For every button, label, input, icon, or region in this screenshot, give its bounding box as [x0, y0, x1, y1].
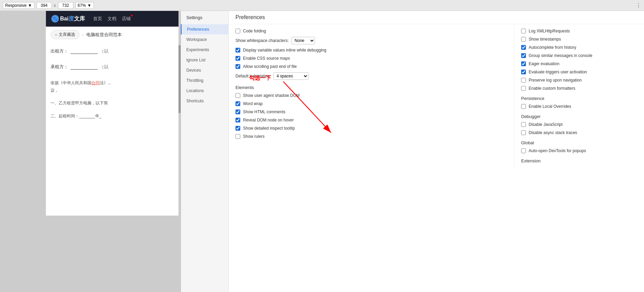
browser-preview: 🐾 Bai度文库 首页 文档 店铺 ∞ 文库藏选 ›	[0, 11, 181, 292]
css-maps-checkbox[interactable]	[235, 56, 240, 61]
settings-title: Settings	[181, 11, 228, 24]
html-comments-checkbox[interactable]	[235, 110, 240, 114]
evaluate-triggers-checkbox[interactable]	[521, 70, 526, 74]
autocomplete-label: Autocomplete from history	[529, 45, 576, 50]
settings-header: Preferences	[229, 11, 644, 24]
responsive-selector[interactable]: Responsive ▼	[3, 2, 34, 9]
contract-link[interactable]: 合同	[91, 81, 100, 85]
lessor-blank	[70, 48, 98, 54]
sidebar-item-ignore-list[interactable]: Ignore List	[181, 55, 228, 65]
scrollbar[interactable]	[178, 11, 181, 292]
nav-docs[interactable]: 文档	[108, 16, 116, 22]
word-wrap-checkbox[interactable]	[235, 101, 240, 106]
scrollbar-thumb[interactable]	[178, 45, 181, 113]
local-overrides-checkbox[interactable]	[521, 104, 526, 109]
x-separator: x	[54, 3, 56, 8]
settings-left-column: Code folding Show whitespace characters:…	[229, 24, 514, 167]
checkbox-evaluate-triggers: Evaluate triggers user activation	[521, 68, 637, 76]
checkbox-display-variable: Display variable values inline while deb…	[235, 46, 507, 54]
shadow-dom-checkbox[interactable]	[235, 93, 240, 98]
display-variable-label: Display variable values inline while deb…	[243, 48, 326, 53]
sidebar-item-experiments[interactable]: Experiments	[181, 45, 228, 55]
nav-home[interactable]: 首页	[93, 16, 102, 22]
height-input[interactable]	[58, 2, 73, 9]
shadow-dom-label: Show user agent shadow DOM	[243, 93, 300, 98]
devtools-panel: Settings Preferences Workspace Experimen…	[181, 11, 644, 292]
show-timestamps-label: Show timestamps	[529, 37, 561, 42]
elements-section-header: Elements	[235, 82, 507, 91]
show-rulers-label: Show rulers	[243, 134, 264, 139]
whitespace-label: Show whitespace characters:	[235, 38, 289, 43]
dropdown-arrow-icon: ▼	[28, 3, 32, 8]
checkbox-disable-async: Disable async stack traces	[521, 129, 637, 137]
breadcrumb-pill[interactable]: ∞ 文库藏选	[51, 30, 80, 39]
sidebar-item-locations[interactable]: Locations	[181, 86, 228, 96]
breadcrumb-label: 文库藏选	[59, 32, 75, 38]
checkbox-allow-scrolling: Allow scrolling past end of file	[235, 62, 507, 71]
eager-eval-checkbox[interactable]	[521, 61, 526, 66]
reveal-dom-checkbox[interactable]	[235, 118, 240, 122]
persistence-section-header: Persistence	[521, 92, 637, 102]
sidebar-item-throttling[interactable]: Throttling	[181, 75, 228, 86]
checkbox-preserve-log: Preserve log upon navigation	[521, 76, 637, 84]
sidebar-item-workspace[interactable]: Workspace	[181, 34, 228, 45]
whitespace-select[interactable]: None All Trailing	[291, 37, 315, 44]
disable-async-label: Disable async stack traces	[529, 130, 577, 135]
baidu-breadcrumb: ∞ 文库藏选 › 电脑租赁合同范本	[46, 27, 181, 43]
checkbox-autocomplete: Autocomplete from history	[521, 43, 637, 52]
display-variable-checkbox[interactable]	[235, 48, 240, 53]
checkbox-code-folding: Code folding	[235, 27, 507, 35]
lessee-suffix: （以	[100, 64, 109, 70]
width-input[interactable]	[37, 2, 52, 9]
disable-js-checkbox[interactable]	[521, 122, 526, 127]
nav-store[interactable]: 店铺	[122, 16, 131, 22]
para-2: 一、乙方租货甲方电脑，以下简	[51, 100, 176, 107]
baidu-page: 🐾 Bai度文库 首页 文档 店铺 ∞ 文库藏选 ›	[46, 11, 181, 216]
line-lessee: 承租方： （以	[51, 64, 176, 70]
log-xmlhttp-checkbox[interactable]	[521, 29, 526, 33]
devtools-inner: Settings Preferences Workspace Experimen…	[181, 11, 644, 292]
show-timestamps-checkbox[interactable]	[521, 37, 526, 42]
allow-scrolling-label: Allow scrolling past end of file	[243, 64, 297, 69]
disable-async-checkbox[interactable]	[521, 130, 526, 135]
more-options-icon[interactable]: ⋮	[636, 2, 641, 9]
disable-js-label: Disable JavaScript	[529, 122, 562, 127]
main-container: 🐾 Bai度文库 首页 文档 店铺 ∞ 文库藏选 ›	[0, 11, 644, 292]
checkbox-log-xmlhttp: Log XMLHttpRequests	[521, 27, 637, 35]
sidebar-item-devices[interactable]: Devices	[181, 65, 228, 75]
allow-scrolling-checkbox[interactable]	[235, 64, 240, 69]
line-lessor: 出租方： （以	[51, 48, 176, 54]
detailed-inspect-checkbox[interactable]	[235, 126, 240, 131]
word-wrap-label: Word wrap	[243, 101, 263, 106]
baidu-content: 出租方： （以 承租方： （以 依据《中华人民共和国合同法》...议，	[46, 43, 181, 131]
baidu-nav: 首页 文档 店铺	[93, 16, 131, 22]
checkbox-css-maps: Enable CSS source maps	[235, 54, 507, 62]
checkbox-show-rulers: Show rulers	[235, 132, 507, 141]
checkbox-reveal-dom: Reveal DOM node on hover	[235, 116, 507, 124]
content-lines: 出租方： （以 承租方： （以 依据《中华人民共和国合同法》...议，	[51, 43, 176, 131]
group-messages-checkbox[interactable]	[521, 53, 526, 58]
settings-sidebar: Settings Preferences Workspace Experimen…	[181, 11, 229, 292]
checkbox-detailed-inspect: Show detailed inspect tooltip	[235, 124, 507, 132]
autocomplete-checkbox[interactable]	[521, 45, 526, 50]
debugger-section-header: Debugger	[521, 111, 637, 120]
evaluate-triggers-label: Evaluate triggers user activation	[529, 70, 587, 74]
preserve-log-checkbox[interactable]	[521, 78, 526, 83]
sidebar-item-preferences[interactable]: Preferences	[181, 24, 228, 34]
eager-eval-label: Eager evaluation	[529, 61, 559, 66]
indentation-select[interactable]: 2 spaces 4 spaces 8 spaces Tab character	[273, 72, 309, 80]
breadcrumb-link[interactable]: 电脑租赁合同范本	[86, 32, 122, 38]
lessee-blank	[70, 64, 98, 70]
checkbox-show-timestamps: Show timestamps	[521, 35, 637, 43]
auto-open-checkbox[interactable]	[521, 148, 526, 153]
baidu-logo: 🐾 Bai度文库	[51, 15, 85, 23]
show-rulers-checkbox[interactable]	[235, 134, 240, 139]
custom-formatters-checkbox[interactable]	[521, 86, 526, 91]
toolbar: Responsive ▼ x 67% ▼ ⋮	[0, 0, 644, 11]
checkbox-auto-open: Auto-open DevTools for popups	[521, 147, 637, 155]
zoom-selector[interactable]: 67% ▼	[75, 2, 94, 9]
checkbox-html-comments: Show HTML comments	[235, 108, 507, 116]
auto-open-label: Auto-open DevTools for popups	[529, 148, 586, 153]
code-folding-checkbox[interactable]	[235, 29, 240, 33]
sidebar-item-shortcuts[interactable]: Shortcuts	[181, 96, 228, 106]
